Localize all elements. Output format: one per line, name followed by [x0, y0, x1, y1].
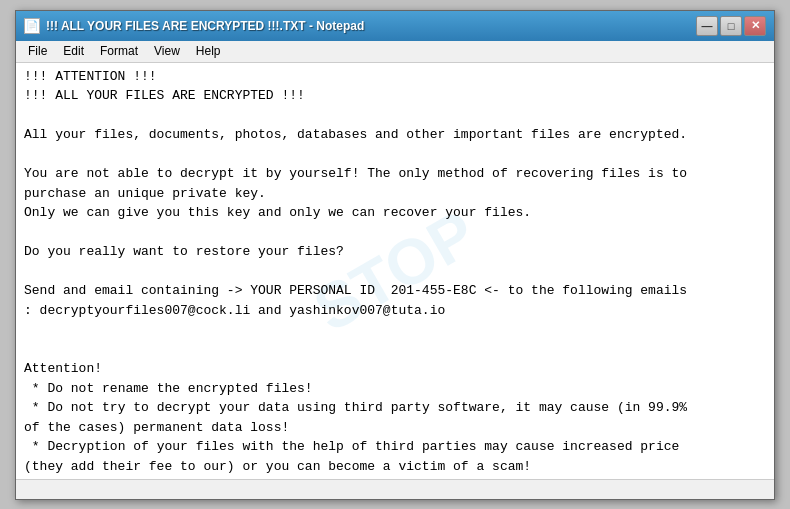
- menu-bar: File Edit Format View Help: [16, 41, 774, 63]
- app-icon: 📄: [24, 18, 40, 34]
- menu-edit[interactable]: Edit: [55, 42, 92, 60]
- title-bar-left: 📄 !!! ALL YOUR FILES ARE ENCRYPTED !!!.T…: [24, 18, 364, 34]
- menu-view[interactable]: View: [146, 42, 188, 60]
- menu-file[interactable]: File: [20, 42, 55, 60]
- maximize-button[interactable]: □: [720, 16, 742, 36]
- close-button[interactable]: ✕: [744, 16, 766, 36]
- notepad-window: 📄 !!! ALL YOUR FILES ARE ENCRYPTED !!!.T…: [15, 10, 775, 500]
- minimize-button[interactable]: —: [696, 16, 718, 36]
- title-bar: 📄 !!! ALL YOUR FILES ARE ENCRYPTED !!!.T…: [16, 11, 774, 41]
- window-title: !!! ALL YOUR FILES ARE ENCRYPTED !!!.TXT…: [46, 19, 364, 33]
- window-controls: — □ ✕: [696, 16, 766, 36]
- status-bar: [16, 479, 774, 499]
- text-area[interactable]: STOP !!! ATTENTION !!! !!! ALL YOUR FILE…: [16, 63, 774, 479]
- menu-help[interactable]: Help: [188, 42, 229, 60]
- menu-format[interactable]: Format: [92, 42, 146, 60]
- document-content: !!! ATTENTION !!! !!! ALL YOUR FILES ARE…: [24, 67, 766, 479]
